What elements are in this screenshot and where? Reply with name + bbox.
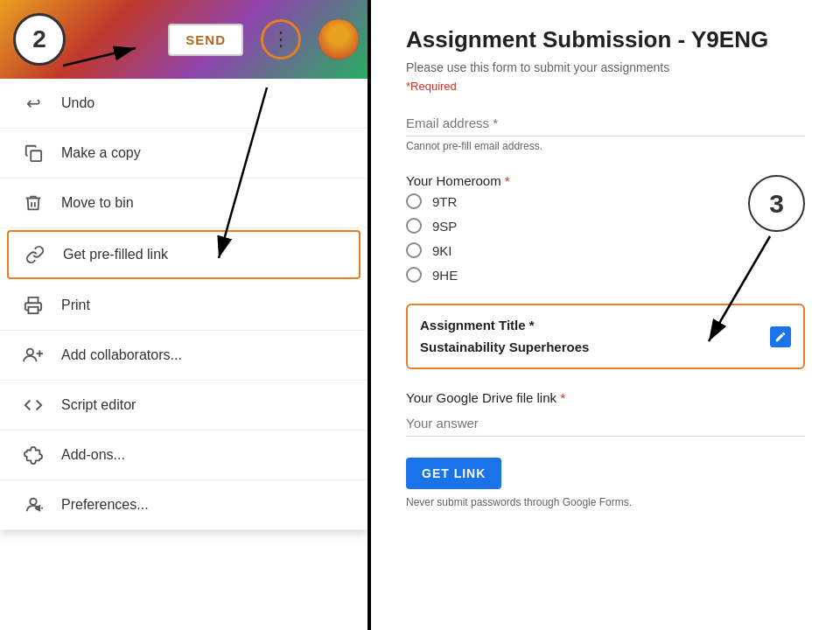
header-bar: 2 SEND ⋮ [0, 0, 368, 79]
send-button[interactable]: SEND [168, 24, 243, 56]
menu-item-preferences[interactable]: Preferences... [0, 480, 368, 530]
get-link-section: GET LINK Never submit passwords through … [406, 458, 805, 508]
get-link-button[interactable]: GET LINK [406, 458, 501, 489]
add-ons-label: Add-ons... [61, 447, 125, 463]
print-label: Print [61, 298, 90, 313]
preferences-label: Preferences... [61, 497, 149, 513]
menu-item-script-editor[interactable]: Script editor [0, 381, 368, 430]
copy-icon [21, 141, 46, 165]
right-panel: Assignment Submission - Y9ENG Please use… [368, 0, 840, 630]
radio-9ki[interactable]: 9KI [406, 242, 805, 258]
homeroom-label: Your Homeroom * [406, 173, 805, 188]
right-panel-wrapper: Assignment Submission - Y9ENG Please use… [368, 0, 840, 630]
svg-point-8 [30, 499, 36, 505]
more-options-button[interactable]: ⋮ [261, 19, 301, 60]
svg-point-5 [27, 349, 33, 355]
drive-link-label: Your Google Drive file link * [406, 390, 805, 405]
menu-item-add-ons[interactable]: Add-ons... [0, 430, 368, 480]
move-to-bin-label: Move to bin [61, 195, 134, 211]
drive-link-input[interactable] [406, 410, 805, 437]
menu-item-get-prefilled-link[interactable]: Get pre-filled link [7, 230, 360, 279]
required-note: *Required [406, 80, 805, 93]
menu-item-undo[interactable]: ↩ Undo [0, 79, 368, 129]
email-field-group: Cannot pre-fill email address. [406, 110, 805, 152]
dots-icon: ⋮ [271, 28, 290, 51]
menu-item-add-collaborators[interactable]: Add collaborators... [0, 331, 368, 381]
link-icon [23, 242, 47, 267]
radio-9tr[interactable]: 9TR [406, 193, 805, 209]
assignment-title-value: Sustainability Superheroes [420, 340, 589, 354]
undo-icon: ↩ [21, 91, 46, 116]
assignment-title-box: Assignment Title * Sustainability Superh… [406, 304, 805, 369]
preferences-icon [21, 493, 46, 517]
get-prefilled-link-label: Get pre-filled link [63, 247, 168, 262]
email-input[interactable] [406, 110, 805, 136]
script-icon [21, 393, 46, 417]
svg-rect-3 [31, 150, 41, 161]
assignment-title-label: Assignment Title * [420, 318, 791, 332]
svg-rect-4 [29, 307, 38, 313]
make-copy-label: Make a copy [61, 145, 141, 161]
never-submit-note: Never submit passwords through Google Fo… [406, 496, 805, 508]
menu-item-print[interactable]: Print [0, 281, 368, 331]
undo-label: Undo [61, 95, 94, 111]
form-subtitle: Please use this form to submit your assi… [406, 60, 805, 74]
radio-circle-9ki [406, 242, 422, 258]
drive-link-field-group: Your Google Drive file link * [406, 390, 805, 437]
radio-9he[interactable]: 9HE [406, 267, 805, 283]
step-2-circle: 2 [13, 13, 66, 66]
print-icon [21, 293, 46, 318]
homeroom-field-group: Your Homeroom * 9TR 9SP 9KI 9H [406, 173, 805, 283]
radio-circle-9he [406, 267, 422, 283]
avatar-image [318, 19, 359, 60]
bin-icon [21, 191, 46, 215]
radio-circle-9sp [406, 218, 422, 234]
collaborators-icon [21, 343, 46, 368]
radio-circle-9tr [406, 193, 422, 209]
script-editor-label: Script editor [61, 397, 136, 413]
left-panel: 2 SEND ⋮ ↩ Undo [0, 0, 368, 630]
radio-9sp[interactable]: 9SP [406, 218, 805, 234]
avatar [318, 19, 359, 60]
dropdown-menu: ↩ Undo Make a copy Mov [0, 79, 368, 530]
homeroom-radio-group: 9TR 9SP 9KI 9HE [406, 193, 805, 283]
addons-icon [21, 443, 46, 467]
menu-item-move-to-bin[interactable]: Move to bin [0, 178, 368, 228]
form-title: Assignment Submission - Y9ENG [406, 26, 805, 53]
add-collaborators-label: Add collaborators... [61, 347, 182, 363]
pre-fill-note: Cannot pre-fill email address. [406, 140, 805, 152]
edit-icon [770, 326, 791, 347]
menu-item-make-copy[interactable]: Make a copy [0, 129, 368, 178]
step-3-circle: 3 [748, 175, 805, 232]
